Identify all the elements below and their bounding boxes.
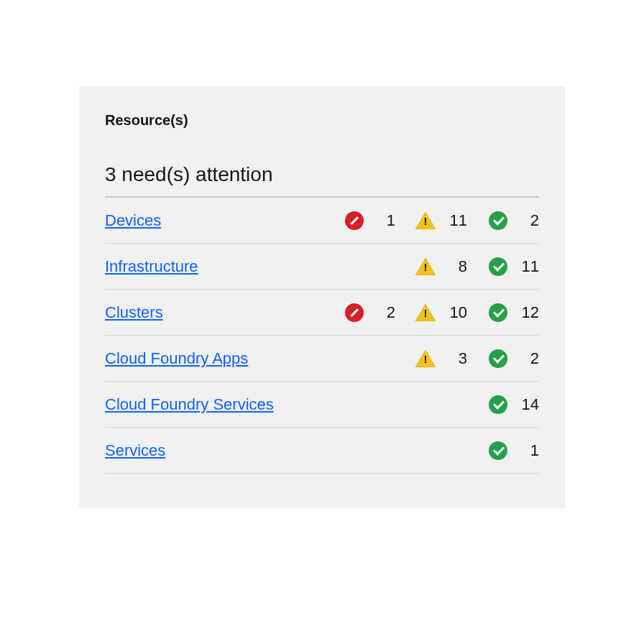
- resource-link[interactable]: Infrastructure: [105, 257, 323, 276]
- resources-panel: Resource(s) 3 need(s) attention Devices …: [79, 86, 565, 508]
- success-icon: [489, 349, 507, 368]
- ok-count: 14: [515, 395, 539, 414]
- warning-count: 11: [443, 211, 467, 230]
- success-icon: [489, 257, 507, 276]
- warning-icon: !: [415, 304, 436, 321]
- resource-link[interactable]: Clusters: [105, 303, 323, 322]
- warning-count: 3: [443, 349, 467, 368]
- resource-row: Infrastructure ! 8 11: [105, 244, 539, 290]
- resource-row: Cloud Foundry Services ! 14: [105, 382, 539, 428]
- ok-count: 12: [515, 303, 539, 322]
- resource-link[interactable]: Cloud Foundry Apps: [105, 349, 323, 368]
- warning-count: 10: [443, 303, 467, 322]
- status-group: ! 14: [323, 395, 539, 414]
- status-group: ! 8 11: [323, 257, 539, 276]
- warning-icon: !: [415, 350, 436, 367]
- ok-count: 11: [515, 257, 539, 276]
- status-ok: 1: [467, 441, 539, 460]
- status-ok: 14: [467, 395, 539, 414]
- error-icon: [345, 211, 364, 230]
- status-ok: 12: [467, 303, 539, 322]
- attention-heading: 3 need(s) attention: [105, 163, 539, 198]
- error-count: 2: [371, 303, 395, 322]
- warning-icon: !: [415, 212, 436, 229]
- resource-row: Devices 1 ! 11 2: [105, 198, 539, 244]
- warning-icon: !: [415, 258, 436, 275]
- status-warning: ! 3: [395, 349, 467, 368]
- status-error: 2: [323, 303, 395, 322]
- status-ok: 2: [467, 349, 539, 368]
- resource-link[interactable]: Devices: [105, 211, 323, 230]
- status-ok: 11: [467, 257, 539, 276]
- panel-title: Resource(s): [105, 112, 539, 129]
- resource-list: Devices 1 ! 11 2 Infrastructure: [105, 198, 539, 474]
- success-icon: [489, 211, 507, 230]
- status-warning: ! 11: [395, 211, 467, 230]
- status-warning: ! 10: [395, 303, 467, 322]
- status-group: ! 1: [323, 441, 539, 460]
- success-icon: [489, 441, 507, 460]
- status-error: 1: [323, 211, 395, 230]
- status-group: 1 ! 11 2: [323, 211, 539, 230]
- resource-row: Services ! 1: [105, 428, 539, 474]
- resource-link[interactable]: Cloud Foundry Services: [105, 395, 323, 414]
- error-count: 1: [371, 211, 395, 230]
- resource-row: Cloud Foundry Apps ! 3 2: [105, 336, 539, 382]
- resource-link[interactable]: Services: [105, 441, 323, 460]
- success-icon: [489, 303, 507, 322]
- error-icon: [345, 303, 364, 322]
- warning-count: 8: [443, 257, 467, 276]
- ok-count: 1: [515, 441, 539, 460]
- ok-count: 2: [515, 211, 539, 230]
- resource-row: Clusters 2 ! 10 12: [105, 290, 539, 336]
- success-icon: [489, 395, 507, 414]
- status-group: 2 ! 10 12: [323, 303, 539, 322]
- status-group: ! 3 2: [323, 349, 539, 368]
- status-warning: ! 8: [395, 257, 467, 276]
- status-ok: 2: [467, 211, 539, 230]
- ok-count: 2: [515, 349, 539, 368]
